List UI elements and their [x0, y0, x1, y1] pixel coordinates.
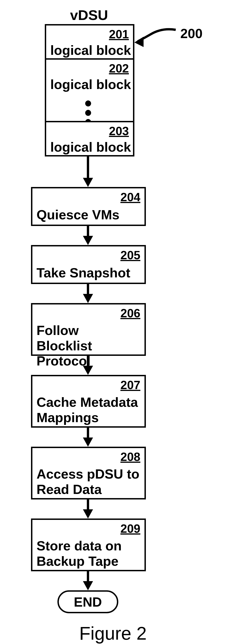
end-terminator: END	[57, 590, 118, 613]
block-label: logical block	[50, 43, 131, 58]
end-label: END	[74, 594, 102, 610]
step-number: 208	[120, 450, 140, 464]
arrow-head-icon	[83, 236, 93, 245]
step-label: Take Snapshot	[37, 265, 130, 280]
step-number: 205	[120, 248, 140, 262]
arrow-icon	[87, 226, 89, 236]
arrow-icon	[87, 356, 89, 366]
arrow-icon	[87, 156, 89, 178]
step-207-cache-metadata: 207 Cache Metadata Mappings	[31, 375, 146, 428]
pointer-label-200: 200	[180, 26, 203, 41]
block-label: logical block	[50, 140, 131, 155]
vdsu-block-202: 202 logical block	[45, 58, 134, 94]
step-label: Quiesce VMs	[37, 207, 119, 222]
block-number: 202	[109, 62, 129, 75]
step-number: 209	[120, 522, 140, 536]
arrow-icon	[87, 284, 89, 294]
block-label: logical block	[50, 77, 131, 92]
step-label: Cache Metadata Mappings	[37, 394, 138, 425]
step-number: 207	[120, 378, 140, 392]
step-number: 204	[120, 190, 140, 204]
arrow-icon	[87, 428, 89, 438]
vdsu-title: vDSU	[70, 7, 108, 23]
step-number: 206	[120, 306, 140, 320]
arrow-head-icon	[83, 178, 93, 187]
pointer-arrow-icon	[134, 26, 180, 58]
vdsu-block-201: 201 logical block	[45, 24, 134, 60]
block-number: 201	[109, 27, 129, 41]
arrow-head-icon	[83, 438, 93, 447]
arrow-head-icon	[83, 294, 93, 303]
step-208-access-pdsu: 208 Access pDSU to Read Data	[31, 447, 146, 500]
figure-caption: Figure 2	[79, 623, 147, 644]
step-206-follow-blocklist: 206 Follow Blocklist Protocol	[31, 303, 146, 356]
arrow-head-icon	[83, 366, 93, 375]
step-209-store-data: 209 Store data on Backup Tape	[31, 518, 146, 571]
step-204-quiesce-vms: 204 Quiesce VMs	[31, 187, 146, 226]
step-label: Access pDSU to Read Data	[37, 466, 139, 497]
step-205-take-snapshot: 205 Take Snapshot	[31, 245, 146, 284]
step-label: Store data on Backup Tape	[37, 538, 122, 569]
arrow-icon	[87, 500, 89, 510]
vdsu-block-203: 203 logical block	[45, 121, 134, 156]
svg-marker-0	[134, 37, 144, 47]
arrow-head-icon	[83, 509, 93, 518]
block-number: 203	[109, 124, 129, 138]
step-label: Follow Blocklist Protocol	[37, 323, 144, 369]
arrow-icon	[87, 571, 89, 582]
arrow-head-icon	[83, 581, 93, 590]
